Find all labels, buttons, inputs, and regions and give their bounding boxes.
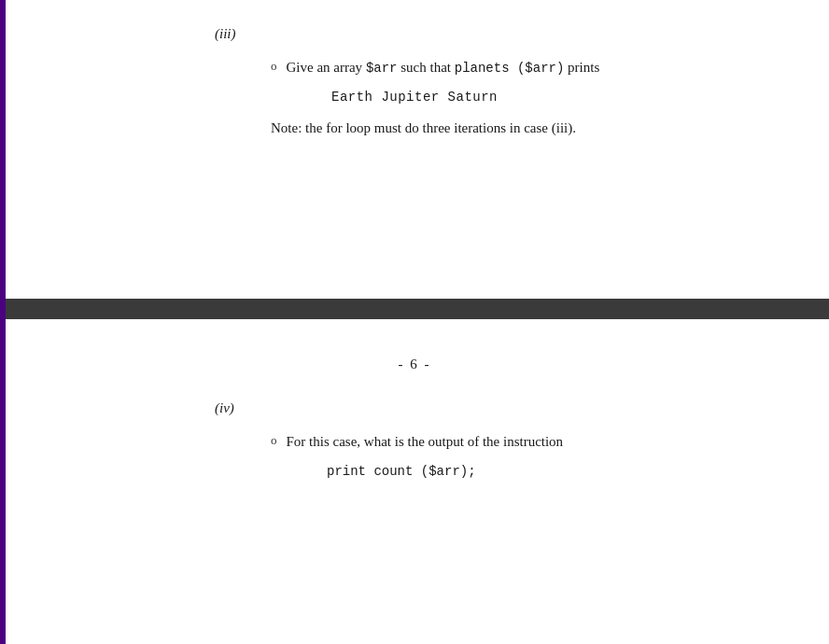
page-divider <box>0 299 829 319</box>
bullet-text-iii: Give an array $arr such that planets ($a… <box>287 57 600 78</box>
bullet-circle-iii: o <box>271 59 277 74</box>
roman-numeral-iii: (iii) <box>215 26 829 42</box>
code-block-count: print count ($arr); <box>327 464 829 479</box>
bullet-circle-iv: o <box>271 433 277 448</box>
note-text: Note: the for loop must do three iterati… <box>271 118 792 139</box>
code-arr-inline: $arr <box>366 61 398 76</box>
bullet-item-iv: o For this case, what is the output of t… <box>271 431 792 453</box>
code-planets-inline: planets ($arr) <box>455 61 565 76</box>
roman-numeral-iv: (iv) <box>215 400 829 416</box>
top-section: (iii) o Give an array $arr such that pla… <box>0 0 829 299</box>
left-accent-bar <box>0 0 6 644</box>
bullet-item-iii: o Give an array $arr such that planets (… <box>271 57 792 78</box>
bullet-text-iv: For this case, what is the output of the… <box>287 431 564 453</box>
bottom-section: - 6 - (iv) o For this case, what is the … <box>0 319 829 644</box>
page-number: - 6 - <box>0 329 829 391</box>
planets-output: Earth Jupiter Saturn <box>0 90 829 105</box>
